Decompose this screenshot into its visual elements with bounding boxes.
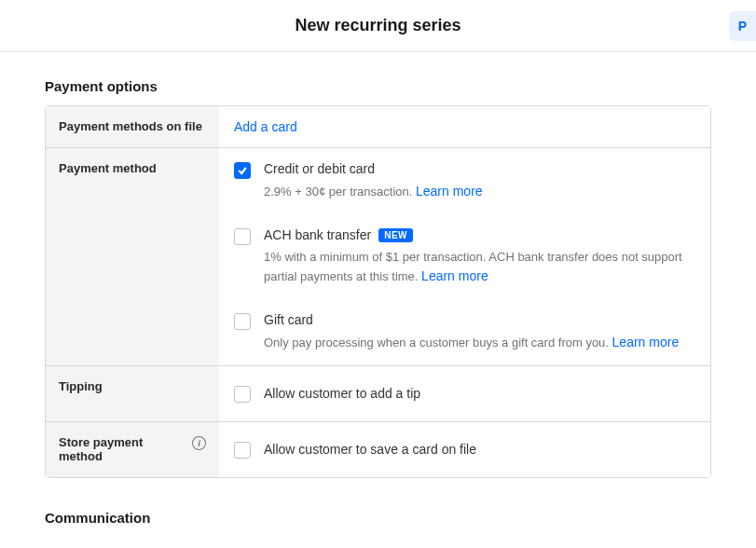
option-tipping: Allow customer to add a tip: [234, 385, 695, 403]
option-store-payment: Allow customer to save a card on file: [234, 441, 695, 459]
label-payment-method: Payment method: [46, 148, 219, 365]
option-title-ach: ACH bank transfer NEW: [264, 227, 695, 242]
title-text: ACH bank transfer: [264, 227, 371, 242]
label-text: Payment methods on file: [59, 119, 202, 133]
option-body: Credit or debit card 2.9% + 30¢ per tran…: [264, 161, 483, 201]
learn-more-gift[interactable]: Learn more: [612, 335, 680, 349]
label-text: Payment method: [59, 161, 157, 175]
payment-options-table: Payment methods on file Add a card Payme…: [45, 105, 711, 478]
learn-more-ach[interactable]: Learn more: [421, 268, 488, 283]
row-payment-methods-on-file: Payment methods on file Add a card: [46, 106, 710, 148]
topbar-right-button[interactable]: P: [729, 11, 756, 41]
option-desc-ach: 1% with a minimum of $1 per transaction.…: [264, 248, 695, 286]
row-payment-method: Payment method Credit or debit card 2.9%…: [46, 148, 710, 366]
content: Payment options Payment methods on file …: [0, 52, 756, 526]
communication-heading: Communication: [45, 510, 711, 526]
desc-text: Only pay processing when a customer buys…: [264, 336, 609, 349]
label-tipping: Tipping: [46, 366, 219, 421]
learn-more-credit[interactable]: Learn more: [416, 184, 483, 199]
checkbox-tipping[interactable]: [234, 386, 251, 403]
value-payment-method: Credit or debit card 2.9% + 30¢ per tran…: [219, 148, 710, 365]
option-desc-gift: Only pay processing when a customer buys…: [264, 333, 679, 352]
option-body: Gift card Only pay processing when a cus…: [264, 312, 679, 352]
info-icon[interactable]: i: [192, 436, 206, 450]
checkbox-store-payment[interactable]: [234, 442, 251, 459]
new-badge: NEW: [378, 228, 413, 242]
value-store-payment: Allow customer to save a card on file: [219, 422, 710, 477]
add-a-card-link[interactable]: Add a card: [234, 119, 695, 134]
value-payment-methods-on-file: Add a card: [219, 106, 710, 147]
page-title: New recurring series: [295, 16, 460, 35]
topbar: New recurring series P: [0, 0, 756, 52]
label-text: Tipping: [59, 379, 103, 393]
option-title-store-payment: Allow customer to save a card on file: [264, 442, 476, 457]
option-title-credit: Credit or debit card: [264, 161, 483, 176]
option-body: ACH bank transfer NEW 1% with a minimum …: [264, 227, 695, 286]
label-text: Store payment method: [59, 435, 186, 463]
checkbox-ach[interactable]: [234, 228, 251, 245]
option-title-gift: Gift card: [264, 312, 679, 327]
row-store-payment: Store payment method i Allow customer to…: [46, 422, 710, 477]
option-gift-card: Gift card Only pay processing when a cus…: [234, 312, 695, 352]
label-payment-methods-on-file: Payment methods on file: [46, 106, 219, 147]
checkbox-gift-card[interactable]: [234, 313, 251, 330]
check-icon: [237, 165, 248, 176]
option-ach: ACH bank transfer NEW 1% with a minimum …: [234, 227, 695, 286]
option-desc-credit: 2.9% + 30¢ per transaction. Learn more: [264, 182, 483, 201]
row-tipping: Tipping Allow customer to add a tip: [46, 366, 710, 422]
checkbox-credit-card[interactable]: [234, 162, 251, 179]
value-tipping: Allow customer to add a tip: [219, 366, 710, 421]
label-store-payment: Store payment method i: [46, 422, 219, 477]
option-title-tipping: Allow customer to add a tip: [264, 386, 420, 401]
option-credit-card: Credit or debit card 2.9% + 30¢ per tran…: [234, 161, 695, 201]
desc-text: 2.9% + 30¢ per transaction.: [264, 185, 412, 199]
payment-options-heading: Payment options: [45, 78, 711, 94]
